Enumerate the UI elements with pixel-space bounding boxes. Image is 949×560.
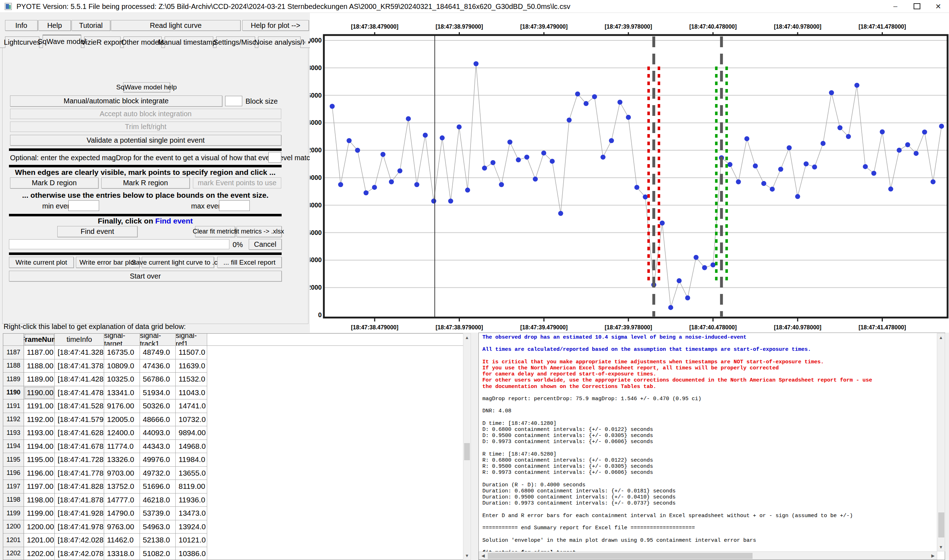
table-cell[interactable]: [18:47:41.928000] [55,507,104,520]
block-integrate-button[interactable]: Manual/automatic block integrate [10,95,222,106]
table-cell[interactable]: 1193.00 [24,426,55,440]
minimize-button[interactable]: – [884,0,906,12]
read-light-curve-button[interactable]: Read light curve [111,20,241,31]
report-hscrollbar[interactable]: ◀ ▶ [479,551,937,560]
data-point[interactable] [372,185,377,190]
data-point[interactable] [600,154,605,160]
report-panel[interactable]: The observed drop has an estimated 10.4 … [478,332,945,560]
table-cell[interactable]: 13752.0 [104,480,140,494]
table-cell[interactable]: 1195.00 [24,453,55,467]
data-point[interactable] [516,157,521,162]
data-point[interactable] [761,181,766,186]
data-point[interactable] [448,198,453,203]
table-cell[interactable]: 1197.00 [24,480,55,494]
table-cell[interactable]: 1188.00 [24,359,55,373]
data-point[interactable] [549,159,555,164]
data-point[interactable] [770,187,775,192]
table-cell[interactable]: 49732.0 [140,467,176,480]
column-header[interactable]: timeInfo [55,334,104,346]
row-header[interactable]: 1194 [3,440,24,454]
table-cell[interactable]: 10121.0 [176,534,207,547]
scroll-down-icon[interactable]: ▼ [463,552,471,559]
table-cell[interactable]: 16735.0 [104,346,140,359]
table-cell[interactable]: 49976.0 [140,453,176,467]
table-cell[interactable]: 14741.0 [176,400,207,413]
table-cell[interactable]: 51696.0 [140,480,176,494]
data-point[interactable] [871,171,876,176]
table-cell[interactable]: 14968.0 [176,440,207,454]
row-header[interactable]: 1191 [3,400,24,413]
light-curve-plot[interactable]: [18:47:38.479000][18:47:38.479000][18:47… [310,11,949,332]
close-button[interactable]: ✕ [927,0,949,12]
table-cell[interactable]: [18:47:41.828000] [55,480,104,494]
table-cell[interactable]: 48749.0 [140,346,176,359]
find-event-link[interactable]: Find event [155,217,193,225]
data-point[interactable] [440,135,445,140]
table-cell[interactable]: [18:47:41.478000] [55,386,104,400]
table-cell[interactable]: 12400.0 [104,426,140,440]
find-event-button[interactable]: Find event [57,226,137,237]
data-point[interactable] [491,160,495,165]
validate-single-point-button[interactable]: Validate a potential single point event [10,135,281,146]
data-point[interactable] [542,151,546,155]
row-header[interactable]: 1201 [3,534,24,547]
write-current-plot-button[interactable]: Write current plot [9,257,74,268]
data-point[interactable] [914,151,918,156]
data-point[interactable] [499,182,504,187]
report-vscrollbar[interactable]: ▲ ▼ [937,333,945,551]
data-point[interactable] [414,182,420,187]
table-cell[interactable]: [18:47:41.428000] [55,372,104,386]
table-cell[interactable]: 1198.00 [24,494,55,507]
scroll-down-icon[interactable]: ▼ [937,544,945,550]
table-cell[interactable]: 44093.0 [140,426,176,440]
table-cell[interactable]: [18:47:42.078000] [55,547,104,560]
data-point[interactable] [474,61,478,66]
row-header[interactable]: 1192 [3,413,24,427]
report-vscroll-thumb[interactable] [938,512,944,537]
row-header[interactable]: 1195 [3,453,24,467]
scroll-left-icon[interactable]: ◀ [480,552,486,559]
table-cell[interactable]: 1202.00 [24,547,55,560]
row-header[interactable]: 1188 [3,359,24,373]
table-cell[interactable]: 52138.0 [140,534,176,547]
write-error-bar-plot-button[interactable]: Write error bar plot [76,257,140,268]
data-point[interactable] [592,94,597,99]
start-over-button[interactable]: Start over [9,271,282,282]
data-point[interactable] [609,138,614,143]
table-cell[interactable]: [18:47:41.778000] [55,467,104,480]
sqwave-model-help-button[interactable]: SqWave model help [123,82,170,92]
data-point[interactable] [482,166,487,171]
data-point[interactable] [897,148,902,153]
data-point[interactable] [338,182,343,187]
data-point[interactable] [930,179,935,184]
table-cell[interactable]: 54963.0 [140,520,176,534]
data-point[interactable] [380,152,386,157]
table-cell[interactable]: 13924.0 [176,520,207,534]
table-cell[interactable]: 11936.0 [176,494,207,507]
table-cell[interactable]: 56786.0 [140,372,176,386]
report-hscroll-thumb[interactable] [488,553,753,559]
table-cell[interactable]: 1201.00 [24,534,55,547]
table-cell[interactable]: 1199.00 [24,507,55,520]
column-header[interactable]: signal-ref1 [176,334,207,346]
tab-noise-analysis[interactable]: Noise analysis/I [258,37,301,48]
block-size-input[interactable] [225,96,242,106]
table-cell[interactable]: 51082.0 [140,547,176,560]
grid-hint-label[interactable]: Right-click this label to get explanatio… [3,323,186,331]
data-point[interactable] [364,190,369,195]
table-cell[interactable]: 14790.0 [104,507,140,520]
table-cell[interactable]: 13473.0 [176,507,207,520]
table-cell[interactable]: [18:47:41.579000] [55,413,104,427]
data-point[interactable] [423,133,427,138]
tab-scroll-left-icon[interactable]: ◄ [301,37,307,47]
table-cell[interactable]: 1191.00 [24,400,55,413]
trim-left-right-button[interactable]: Trim left/right [10,122,281,132]
data-point[interactable] [727,162,733,167]
data-point[interactable] [744,136,749,141]
data-point[interactable] [634,185,639,190]
table-cell[interactable]: [18:47:41.878000] [55,494,104,507]
data-point[interactable] [685,295,690,300]
data-point[interactable] [533,177,538,182]
data-point[interactable] [643,195,648,200]
data-point[interactable] [693,255,699,260]
